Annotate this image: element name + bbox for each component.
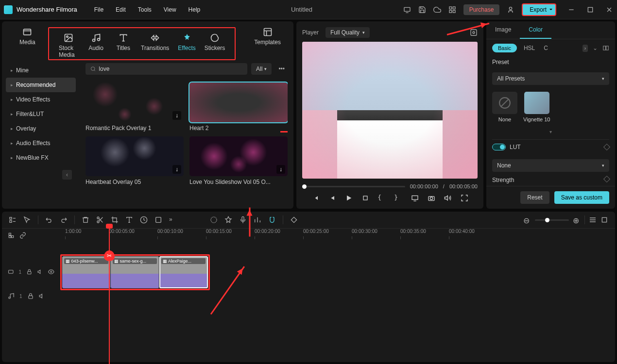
zoom-out-icon[interactable]: ⊖ [523, 216, 531, 224]
subtab-more-icon[interactable]: › [583, 45, 588, 52]
inspector-tab-image[interactable]: Image [486, 21, 520, 39]
lut-toggle[interactable] [492, 144, 506, 150]
playhead[interactable]: ✂ [109, 224, 110, 364]
gallery-thumb[interactable]: ↓ Romantic Pack Overlay 1 [86, 83, 184, 132]
subtab-basic[interactable]: Basic [492, 44, 517, 52]
timeline-ruler[interactable]: 1:00:00 00:00:05:00 00:00:10:00 00:00:15… [60, 229, 615, 242]
menu-view[interactable]: View [164, 6, 176, 13]
download-icon[interactable]: ↓ [276, 165, 285, 174]
gallery-thumb[interactable]: ↓ Heartbeat Overlay 05 [86, 136, 184, 185]
select-tool-icon[interactable] [23, 216, 31, 224]
marker-icon[interactable] [224, 216, 232, 224]
grid-icon[interactable] [448, 6, 456, 14]
cloud-icon[interactable] [433, 6, 441, 14]
split-icon[interactable] [96, 216, 104, 224]
tab-audio[interactable]: Audio [82, 32, 109, 59]
menu-edit[interactable]: Edit [116, 6, 126, 13]
menu-tools[interactable]: Tools [138, 6, 152, 13]
delete-icon[interactable] [82, 216, 89, 224]
filter-dropdown[interactable]: All▾ [251, 63, 272, 75]
purchase-button[interactable]: Purchase [463, 4, 500, 15]
more-options-icon[interactable]: ••• [275, 66, 288, 72]
reset-button[interactable]: Reset [520, 191, 549, 204]
voiceover-icon[interactable] [239, 216, 247, 224]
prev-frame-icon[interactable] [312, 194, 320, 202]
save-icon[interactable] [418, 6, 426, 14]
preset-dropdown[interactable]: All Presets▾ [492, 72, 609, 85]
visibility-icon[interactable] [48, 268, 54, 275]
tab-effects[interactable]: Effects [173, 32, 200, 59]
sidebar-item-audio-effects[interactable]: Audio Effects [6, 136, 76, 150]
user-icon[interactable] [507, 6, 514, 14]
speed-icon[interactable] [140, 216, 148, 224]
crop-icon[interactable] [111, 216, 119, 224]
ai-icon[interactable] [210, 216, 218, 224]
track-options-icon[interactable] [8, 232, 15, 239]
close-icon[interactable] [605, 6, 613, 14]
lock-icon[interactable] [27, 293, 34, 299]
zoom-slider[interactable] [535, 219, 569, 221]
more-tools-icon[interactable]: » [169, 216, 177, 224]
timeline-clip[interactable]: ▦ same-sex-g... [111, 256, 159, 288]
stop-icon[interactable] [361, 194, 369, 202]
view-options-icon[interactable] [589, 216, 597, 224]
download-icon[interactable]: ↓ [172, 111, 181, 120]
camera-icon[interactable] [428, 194, 435, 202]
tab-stickers[interactable]: Stickers [201, 32, 229, 59]
scrubber[interactable] [302, 186, 405, 187]
keyframe-icon[interactable] [603, 176, 610, 182]
fullscreen-icon[interactable] [461, 194, 468, 202]
expand-presets-icon[interactable]: ▾ [492, 129, 609, 134]
sidebar-item-overlay[interactable]: Overlay [6, 121, 76, 136]
timeline-clip[interactable]: ▦ 043-pilsenw... [62, 256, 111, 288]
redo-icon[interactable] [60, 216, 68, 224]
audio-mix-icon[interactable] [254, 216, 261, 224]
compare-icon[interactable] [602, 45, 609, 51]
lock-icon[interactable] [26, 268, 33, 275]
sidebar-collapse-icon[interactable]: ‹ [62, 170, 72, 180]
timeline-clip[interactable]: ▦ AlexPaige... [159, 256, 208, 288]
gallery-thumb[interactable]: Heart 2 [189, 83, 288, 132]
inspector-tab-color[interactable]: Color [520, 21, 551, 39]
tab-transitions[interactable]: Transitions [137, 32, 173, 59]
sidebar-item-newblue[interactable]: NewBlue FX [6, 150, 76, 165]
download-icon[interactable]: ↓ [172, 165, 181, 174]
manage-tracks-icon[interactable] [9, 216, 17, 224]
expand-icon[interactable]: ⌄ [593, 45, 598, 51]
search-box[interactable] [86, 63, 247, 75]
save-custom-button[interactable]: Save as custom [554, 191, 609, 204]
preset-none[interactable]: None [492, 92, 517, 122]
export-button[interactable]: Export [522, 3, 556, 16]
preview-viewport[interactable] [302, 42, 478, 179]
minimize-icon[interactable] [567, 6, 575, 14]
keyframe-tool-icon[interactable] [290, 216, 298, 224]
search-input[interactable] [99, 66, 242, 72]
zoom-in-icon[interactable]: ⊕ [573, 216, 581, 224]
link-icon[interactable] [19, 232, 26, 239]
sidebar-item-recommended[interactable]: Recommended [6, 78, 76, 92]
mark-out-icon[interactable]: } [394, 194, 402, 202]
mute-icon[interactable] [37, 268, 44, 275]
mark-in-icon[interactable]: { [378, 194, 386, 202]
text-tool-icon[interactable] [125, 216, 133, 224]
gallery-thumb[interactable]: ↓ Love You Slideshow Vol 05 O... [189, 136, 288, 185]
maximize-icon[interactable] [586, 6, 594, 14]
sidebar-item-mine[interactable]: Mine [6, 63, 76, 78]
tab-stock-media[interactable]: Stock Media [55, 32, 82, 59]
tab-templates[interactable]: Templates [250, 26, 285, 47]
preset-vignette[interactable]: Vignette 10 [523, 92, 550, 122]
sidebar-item-video-effects[interactable]: Video Effects [6, 92, 76, 107]
timeline-settings-icon[interactable] [600, 216, 608, 224]
lut-dropdown[interactable]: None▾ [492, 159, 609, 172]
sidebar-item-filter-lut[interactable]: Filter&LUT [6, 107, 76, 121]
tab-media[interactable]: Media [16, 26, 39, 47]
menu-file[interactable]: File [94, 6, 103, 13]
volume-icon[interactable] [444, 194, 452, 202]
keyframe-icon[interactable] [603, 144, 610, 150]
play-icon[interactable] [345, 194, 353, 202]
snapshot-settings-icon[interactable] [470, 29, 478, 36]
menu-help[interactable]: Help [189, 6, 201, 13]
device-icon[interactable] [403, 6, 411, 14]
mute-icon[interactable] [39, 293, 46, 299]
subtab-hsl[interactable]: HSL [522, 43, 537, 53]
